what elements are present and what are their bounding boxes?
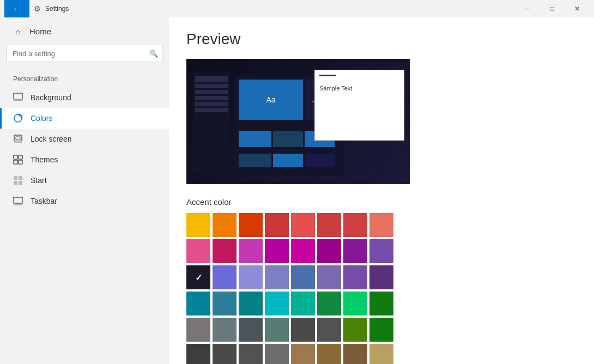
color-swatch[interactable] (213, 239, 237, 263)
back-button[interactable]: ← (4, 0, 29, 17)
sidebar-item-start[interactable]: Start (0, 170, 169, 191)
color-swatch[interactable] (343, 292, 367, 316)
color-swatch[interactable] (317, 213, 341, 237)
sidebar-item-themes[interactable]: Themes (0, 149, 169, 170)
search-input[interactable] (7, 45, 162, 62)
color-swatch[interactable] (213, 213, 237, 237)
color-swatch[interactable] (265, 239, 289, 263)
color-swatch[interactable] (239, 265, 263, 289)
svg-rect-5 (16, 137, 20, 139)
accent-color-label: Accent color (186, 197, 577, 207)
page-title: Preview (186, 31, 577, 48)
color-swatch[interactable] (265, 265, 289, 289)
lock-screen-label: Lock screen (31, 135, 71, 143)
svg-rect-14 (14, 197, 22, 203)
color-swatch[interactable] (343, 213, 367, 237)
color-grid (186, 213, 577, 364)
preview-taskbar-item (195, 96, 228, 100)
sidebar-item-background[interactable]: Background (0, 87, 169, 108)
start-label: Start (31, 176, 47, 185)
main-layout: ⌂ Home 🔍 Personalization Background (0, 17, 594, 364)
sidebar-item-colors[interactable]: Colors (0, 108, 169, 129)
restore-button[interactable]: □ (540, 0, 565, 17)
color-swatch[interactable] (369, 344, 393, 364)
color-swatch[interactable] (265, 292, 289, 316)
sidebar-item-home[interactable]: ⌂ Home (0, 17, 169, 45)
color-swatch[interactable] (186, 292, 210, 316)
color-swatch[interactable] (239, 239, 263, 263)
color-swatch[interactable] (239, 344, 263, 364)
close-button[interactable]: ✕ (565, 0, 590, 17)
home-label: Home (29, 27, 51, 36)
color-swatch[interactable] (291, 265, 315, 289)
sidebar-item-taskbar[interactable]: Taskbar (0, 191, 169, 211)
color-swatch[interactable] (239, 292, 263, 316)
color-swatch[interactable] (265, 213, 289, 237)
svg-rect-7 (19, 155, 22, 159)
color-swatch[interactable] (317, 344, 341, 364)
color-swatch[interactable] (343, 239, 367, 263)
color-swatch[interactable] (186, 239, 210, 263)
color-swatch[interactable] (317, 318, 341, 342)
section-label: Personalization (0, 71, 169, 87)
themes-label: Themes (31, 155, 58, 164)
color-swatch[interactable] (265, 344, 289, 364)
color-swatch[interactable] (213, 344, 237, 364)
color-swatch[interactable] (291, 213, 315, 237)
preview-inner: Aa WorkSpaces Sa (186, 59, 410, 184)
start-icon (13, 175, 23, 185)
preview-window-titlebar (319, 75, 336, 76)
color-swatch[interactable] (369, 265, 393, 289)
color-swatch[interactable] (369, 292, 393, 316)
color-swatch[interactable] (291, 344, 315, 364)
color-swatch[interactable] (317, 239, 341, 263)
svg-rect-15 (14, 204, 22, 205)
svg-rect-1 (14, 99, 22, 101)
svg-rect-8 (14, 160, 17, 164)
content-area: Preview Aa (169, 17, 594, 364)
color-swatch[interactable] (369, 318, 393, 342)
color-swatch[interactable] (186, 265, 210, 289)
color-swatch[interactable] (317, 265, 341, 289)
window-title: Settings (45, 5, 514, 13)
color-swatch[interactable] (213, 292, 237, 316)
preview-taskbar-item (195, 76, 228, 82)
svg-rect-13 (19, 181, 22, 185)
svg-rect-3 (14, 135, 22, 141)
color-swatch[interactable] (186, 344, 210, 364)
color-swatch[interactable] (369, 213, 393, 237)
svg-rect-4 (14, 141, 22, 143)
search-icon: 🔍 (149, 50, 158, 58)
svg-rect-12 (14, 181, 17, 185)
preview-tile-aa: Aa (239, 80, 303, 120)
sidebar: ⌂ Home 🔍 Personalization Background (0, 17, 169, 364)
color-swatch[interactable] (291, 239, 315, 263)
color-swatch[interactable] (291, 292, 315, 316)
color-swatch[interactable] (239, 213, 263, 237)
color-swatch[interactable] (239, 318, 263, 342)
preview-tile-small1 (239, 131, 271, 147)
sidebar-item-lock-screen[interactable]: Lock screen (0, 129, 169, 149)
color-swatch[interactable] (213, 265, 237, 289)
back-icon: ← (13, 4, 21, 14)
color-swatch[interactable] (186, 213, 210, 237)
preview-sample-window: Sample Text (314, 70, 404, 141)
color-swatch[interactable] (317, 292, 341, 316)
lock-screen-icon (13, 134, 23, 144)
background-label: Background (31, 93, 71, 102)
color-swatch[interactable] (213, 318, 237, 342)
preview-taskbar (193, 72, 230, 173)
color-swatch[interactable] (265, 318, 289, 342)
preview-tile-small4 (239, 154, 271, 167)
color-swatch[interactable] (343, 318, 367, 342)
preview-taskbar-item (195, 108, 228, 112)
taskbar-icon (13, 196, 23, 206)
color-swatch[interactable] (369, 239, 393, 263)
preview-tile-small6 (305, 154, 335, 167)
color-swatch[interactable] (343, 265, 367, 289)
color-swatch[interactable] (291, 318, 315, 342)
minimize-button[interactable]: — (514, 0, 540, 17)
colors-icon (13, 113, 23, 123)
color-swatch[interactable] (343, 344, 367, 364)
color-swatch[interactable] (186, 318, 210, 342)
